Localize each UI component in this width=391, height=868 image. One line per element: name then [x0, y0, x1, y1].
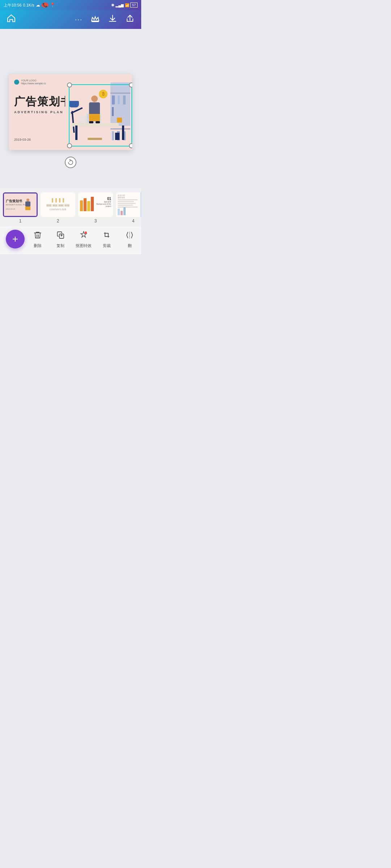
thumb4-lines: [118, 199, 141, 208]
thumb-4-label: 4: [132, 218, 135, 224]
lamp-shade: [69, 101, 79, 107]
delete-label: 删除: [34, 243, 42, 248]
thumbnail-1[interactable]: 广告策划书 ADVERTISING PLAN 2019-03-26 1: [3, 192, 38, 224]
slide-title-cn: 广告策划书: [14, 94, 72, 109]
thumb4-blue-bar: [140, 192, 141, 217]
wifi-icon: 📶: [125, 3, 129, 7]
slide-logo: YOUR LOGO https://www.sample.cc: [14, 79, 46, 85]
battery-icon: 57: [130, 3, 138, 8]
flip-icon: [125, 231, 134, 242]
copy-label: 复制: [56, 243, 64, 248]
desk-leg-right: [122, 125, 124, 140]
thumb4-bg: 会议介绍项目背景: [116, 192, 141, 217]
logo-brand-bottom: https://www.sample.cc: [21, 82, 46, 85]
signal-icon: ▂▄▆: [115, 3, 124, 7]
crop-label: 剪裁: [103, 243, 111, 248]
copy-button[interactable]: 复制: [51, 231, 70, 248]
nav-bar: ···: [0, 10, 141, 29]
slide-illustration: ₿: [65, 74, 132, 150]
map-icon: 📍: [50, 3, 55, 8]
paper-stack: [79, 116, 85, 124]
cloud-icon: ☁: [36, 3, 40, 8]
add-button[interactable]: +: [6, 230, 25, 248]
phone-icon: 📞: [42, 3, 49, 8]
thumb1-bg: 广告策划书 ADVERTISING PLAN 2019-03-26: [4, 193, 37, 216]
svg-rect-0: [92, 21, 99, 22]
rotate-handle[interactable]: [65, 157, 76, 168]
thumb-1-label: 1: [19, 218, 22, 224]
copy-icon: [56, 231, 65, 242]
lamp-base: [71, 111, 75, 133]
svg-point-2: [85, 231, 87, 234]
status-bar: 上午10:56 0.1K/s ☁ 📞 📍 ✱ ▂▄▆ 📶 57: [0, 0, 141, 10]
thumb-img-1[interactable]: 广告策划书 ADVERTISING PLAN 2019-03-26: [3, 192, 38, 217]
thumb2-bg: 项目背景 项目分析 项目策略 执行方案 CONTENTS 目录: [41, 192, 75, 217]
bottom-toolbar: + 删除 复制: [0, 226, 141, 254]
person-body: [89, 95, 100, 123]
status-left: 上午10:56 0.1K/s ☁ 📞 📍: [4, 3, 55, 8]
slide-title-en: ADVERTISING PLAN: [14, 110, 64, 114]
delete-icon: [33, 231, 42, 242]
thumbnail-strip: 广告策划书 ADVERTISING PLAN 2019-03-26 1: [0, 188, 141, 226]
speed-display: 0.1K/s: [23, 3, 34, 7]
thumbnail-3[interactable]: 01 项目背景Background of the project 3: [78, 192, 113, 224]
slide-preview-wrapper[interactable]: YOUR LOGO https://www.sample.cc 广告策划书 AD…: [9, 74, 132, 150]
coffee-cup: [117, 118, 122, 123]
crop-button[interactable]: 剪裁: [97, 231, 116, 248]
svg-rect-3: [105, 233, 108, 237]
slide-date: 2019-03-26: [14, 138, 31, 141]
chair: [88, 138, 102, 140]
nav-right-buttons: ···: [75, 14, 135, 25]
more-button[interactable]: ···: [75, 16, 83, 24]
coin-icon: ₿: [99, 90, 108, 98]
home-button[interactable]: [7, 14, 16, 25]
desk-scene: ₿: [65, 80, 132, 146]
effects-button[interactable]: 抠图特效: [74, 231, 93, 248]
thumb-img-4[interactable]: 会议介绍项目背景: [116, 192, 141, 217]
effects-label: 抠图特效: [76, 243, 92, 248]
bluetooth-icon: ✱: [111, 3, 114, 8]
thumb-img-3[interactable]: 01 项目背景Background of the project: [78, 192, 113, 217]
flip-label: 翻: [128, 243, 132, 248]
time-display: 上午10:56: [4, 3, 22, 8]
thumb3-bg: 01 项目背景Background of the project: [78, 192, 113, 217]
canvas-area[interactable]: YOUR LOGO https://www.sample.cc 广告策划书 AD…: [0, 29, 141, 188]
thumb-3-label: 3: [94, 218, 97, 224]
thumbnail-4[interactable]: 会议介绍项目背景 4: [116, 192, 141, 224]
slide-preview[interactable]: YOUR LOGO https://www.sample.cc 广告策划书 AD…: [9, 74, 132, 150]
lamp-arm: [71, 107, 83, 114]
thumbnail-2[interactable]: 项目背景 项目分析 项目策略 执行方案 CONTENTS 目录 2: [41, 192, 75, 224]
crop-icon: [102, 231, 111, 242]
add-icon: +: [12, 233, 18, 245]
logo-circle: [14, 80, 19, 85]
flip-button[interactable]: 翻: [120, 231, 139, 248]
thumb2-lights: [52, 198, 64, 203]
thumb2-grid: 项目背景 项目分析 项目策略 执行方案: [46, 204, 70, 207]
thumb-2-label: 2: [57, 218, 59, 224]
delete-button[interactable]: 删除: [28, 231, 47, 248]
desk-leg-left: [75, 125, 77, 140]
thumb3-books: [80, 197, 94, 211]
share-button[interactable]: [125, 14, 135, 25]
status-right: ✱ ▂▄▆ 📶 57: [111, 3, 138, 8]
crown-button[interactable]: [91, 14, 100, 25]
thumb-img-2[interactable]: 项目背景 项目分析 项目策略 执行方案 CONTENTS 目录: [41, 192, 75, 217]
logo-text: YOUR LOGO https://www.sample.cc: [21, 79, 46, 85]
logo-brand-top: YOUR LOGO: [21, 79, 46, 82]
effects-icon: [79, 231, 88, 242]
download-button[interactable]: [108, 14, 117, 25]
